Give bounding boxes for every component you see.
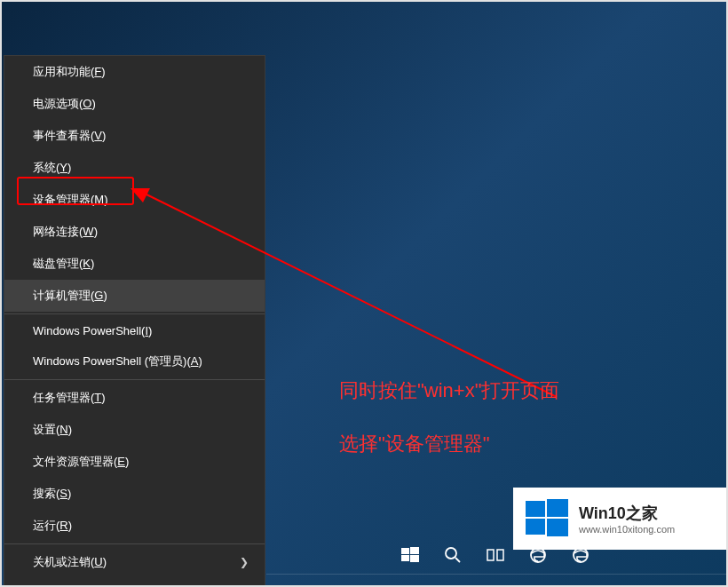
menu-item-settings[interactable]: 设置(N) xyxy=(4,414,265,446)
menu-item-powershell-admin[interactable]: Windows PowerShell (管理员)(A) xyxy=(4,345,265,377)
start-button[interactable] xyxy=(391,539,430,571)
svg-rect-6 xyxy=(401,548,409,554)
menu-item-apps[interactable]: 应用和功能(F) xyxy=(4,56,265,88)
svg-rect-8 xyxy=(401,555,409,561)
taskbar-border xyxy=(266,574,726,575)
svg-line-11 xyxy=(455,558,460,562)
menu-item-network[interactable]: 网络连接(W) xyxy=(4,216,265,248)
edge-icon xyxy=(572,546,590,564)
windows-logo-icon xyxy=(526,497,568,540)
menu-item-powershell[interactable]: Windows PowerShell(I) xyxy=(4,316,265,345)
task-view-icon xyxy=(487,546,504,564)
svg-rect-9 xyxy=(410,555,419,562)
edge-button[interactable] xyxy=(518,539,558,571)
menu-item-event-viewer[interactable]: 事件查看器(V) xyxy=(4,120,265,152)
svg-point-10 xyxy=(446,548,456,559)
menu-item-desktop[interactable]: 桌面(D) xyxy=(4,578,265,587)
windows-start-icon xyxy=(401,546,419,564)
menu-separator xyxy=(4,543,265,544)
watermark-url: www.win10xitong.com xyxy=(579,524,675,535)
svg-rect-4 xyxy=(526,519,545,535)
menu-item-power[interactable]: 电源选项(O) xyxy=(4,88,265,120)
svg-rect-5 xyxy=(547,519,568,536)
search-button[interactable] xyxy=(433,539,472,571)
menu-item-file-explorer[interactable]: 文件资源管理器(E) xyxy=(4,446,265,478)
highlight-rectangle xyxy=(17,177,134,205)
chevron-right-icon: ❯ xyxy=(240,556,249,568)
edge-alt-button[interactable] xyxy=(561,539,600,571)
svg-rect-2 xyxy=(526,501,545,517)
menu-label: 应用和功能 xyxy=(33,64,91,80)
watermark-title: Win10之家 xyxy=(579,503,675,524)
menu-separator xyxy=(4,313,265,314)
menu-item-disk-mgmt[interactable]: 磁盘管理(K) xyxy=(4,248,265,280)
annotation-text-1: 同时按住"win+x"打开页面 xyxy=(339,375,559,406)
menu-separator xyxy=(4,379,265,380)
task-view-button[interactable] xyxy=(476,539,515,571)
menu-item-search[interactable]: 搜索(S) xyxy=(4,478,265,510)
svg-rect-12 xyxy=(487,550,494,560)
menu-item-task-manager[interactable]: 任务管理器(T) xyxy=(4,382,265,414)
menu-item-computer-mgmt[interactable]: 计算机管理(G) xyxy=(4,280,265,312)
menu-item-run[interactable]: 运行(R) xyxy=(4,510,265,542)
winx-menu: 应用和功能(F) 电源选项(O) 事件查看器(V) 系统(Y) 设备管理器(M)… xyxy=(4,55,265,587)
svg-rect-3 xyxy=(547,499,568,517)
taskbar xyxy=(264,537,726,573)
search-icon xyxy=(444,546,462,564)
svg-rect-13 xyxy=(497,550,503,560)
svg-rect-7 xyxy=(410,547,419,554)
menu-item-shutdown[interactable]: 关机或注销(U) ❯ xyxy=(4,546,265,578)
annotation-text-2: 选择"设备管理器" xyxy=(339,428,490,459)
edge-icon xyxy=(529,546,547,564)
